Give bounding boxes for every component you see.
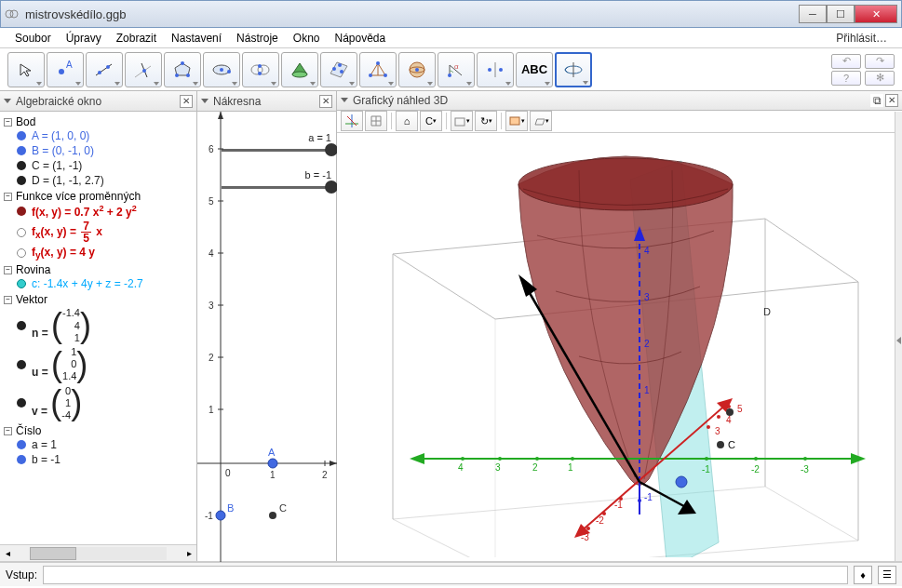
tool-pyramid[interactable]	[359, 52, 397, 87]
point-C-3d[interactable]	[717, 441, 724, 448]
point-A-3d[interactable]	[676, 476, 687, 488]
algebra-item[interactable]: n = (-1.441)	[4, 306, 193, 345]
tool-angle3d[interactable]: α	[438, 52, 475, 87]
menu-upravy[interactable]: Úpravy	[59, 30, 109, 47]
g3d-proj-button[interactable]: ▾	[530, 111, 552, 131]
menu-nastaveni[interactable]: Nastavení	[164, 30, 229, 47]
visibility-dot[interactable]	[17, 207, 26, 216]
visibility-dot[interactable]	[17, 455, 26, 464]
tree-toggle[interactable]: −	[4, 266, 12, 274]
algebra-item[interactable]: A = (1, 0, 0)	[4, 128, 193, 143]
input-help-button[interactable]: ☰	[878, 566, 896, 584]
visibility-dot[interactable]	[17, 440, 26, 449]
visibility-dot[interactable]	[17, 279, 26, 288]
visibility-dot[interactable]	[17, 146, 26, 155]
graphics3d-canvas[interactable]: 4321 -1-2-3 -1-2-3 4321 -1 543	[337, 133, 902, 561]
input-history-button[interactable]: ♦	[854, 566, 872, 584]
visibility-dot[interactable]	[17, 248, 26, 258]
menu-napoveda[interactable]: Nápověda	[327, 30, 393, 47]
undo-button[interactable]: ↶	[831, 54, 861, 69]
tool-reflect[interactable]	[477, 52, 514, 87]
group-cislo: Číslo	[16, 424, 41, 437]
point-3d[interactable]	[726, 408, 734, 416]
graphics3d-header[interactable]: Grafický náhled 3D ⧉ ✕	[337, 91, 902, 111]
tree-toggle[interactable]: −	[4, 118, 12, 127]
graphics3d-newwindow[interactable]: ⧉	[870, 94, 883, 107]
algebra-item[interactable]: b = -1	[4, 452, 193, 467]
point-C-2d[interactable]	[269, 512, 276, 519]
menu-soubor[interactable]: Soubor	[7, 30, 59, 47]
visibility-dot[interactable]	[17, 360, 26, 369]
g3d-rotate-button[interactable]: ↻▾	[475, 111, 497, 131]
visibility-dot[interactable]	[17, 398, 26, 408]
algebra-item[interactable]: v = (01-4)	[4, 384, 193, 423]
visibility-dot[interactable]	[17, 228, 26, 237]
svg-point-31	[376, 61, 380, 65]
algebra-header[interactable]: Algebraické okno ✕	[0, 91, 196, 112]
menu-okno[interactable]: Okno	[286, 30, 328, 47]
svg-point-101	[498, 457, 502, 461]
g3d-startview-button[interactable]: ▾	[451, 111, 473, 131]
menu-nastroje[interactable]: Nástroje	[229, 30, 286, 47]
tool-point[interactable]: A	[47, 52, 84, 87]
tree-toggle[interactable]: −	[4, 193, 12, 201]
algebra-hscroll[interactable]: ◂ ▸	[0, 544, 196, 561]
settings-button[interactable]: ✻	[865, 71, 895, 86]
algebra-item[interactable]: fy(x, y) = 4 y	[4, 245, 193, 261]
algebra-item[interactable]: D = (1, -1, 2.7)	[4, 173, 193, 188]
redo-button[interactable]: ↷	[865, 54, 895, 69]
algebra-item[interactable]: u = (101.4)	[4, 345, 193, 384]
graphics2d-header[interactable]: Nákresna ✕	[197, 91, 336, 112]
tool-sphere[interactable]	[398, 52, 436, 87]
close-button[interactable]: ✕	[855, 5, 897, 23]
algebra-close[interactable]: ✕	[180, 95, 193, 108]
tool-line[interactable]	[86, 52, 123, 87]
algebra-item[interactable]: f(x, y) = 0.7 x2 + 2 y2	[4, 203, 193, 220]
scroll-left-icon[interactable]: ◂	[0, 546, 15, 561]
algebra-item[interactable]: B = (0, -1, 0)	[4, 143, 193, 158]
menu-zobrazit[interactable]: Zobrazit	[109, 30, 164, 47]
tree-toggle[interactable]: −	[4, 296, 12, 304]
tool-plane-3pts[interactable]	[320, 52, 357, 87]
g3d-home-button[interactable]: ⌂	[396, 111, 418, 131]
tool-rotate3d[interactable]	[555, 52, 592, 87]
point-A-2d[interactable]	[268, 459, 277, 468]
input-field[interactable]	[43, 566, 848, 584]
tool-cone[interactable]	[281, 52, 318, 87]
svg-text:C: C	[279, 502, 287, 514]
svg-text:D: D	[763, 306, 771, 317]
g3d-clip-button[interactable]: ▾	[505, 111, 528, 131]
graphics2d-close[interactable]: ✕	[319, 95, 332, 108]
minimize-button[interactable]: ─	[799, 5, 827, 23]
g3d-axes-button[interactable]	[341, 111, 363, 131]
graphics2d-canvas[interactable]: a = 1 b = -1 6 5 4 3 2 1	[197, 112, 336, 561]
tool-perpendicular[interactable]	[125, 52, 162, 87]
signin-link[interactable]: Přihlásit…	[828, 30, 895, 47]
scroll-right-icon[interactable]: ▸	[182, 546, 196, 561]
algebra-item[interactable]: c: -1.4x + 4y + z = -2.7	[4, 276, 193, 291]
svg-text:-2: -2	[751, 464, 760, 474]
svg-point-105	[754, 457, 758, 461]
visibility-dot[interactable]	[17, 161, 26, 170]
tool-circle[interactable]	[203, 52, 240, 87]
g3d-grid-button[interactable]	[365, 111, 387, 131]
algebra-item[interactable]: C = (1, -1)	[4, 158, 193, 173]
graphics3d-close[interactable]: ✕	[885, 94, 898, 107]
visibility-dot[interactable]	[17, 321, 26, 330]
visibility-dot[interactable]	[17, 176, 26, 185]
right-sidebar-toggle[interactable]	[895, 112, 902, 561]
point-B-2d[interactable]	[216, 511, 225, 520]
algebra-body[interactable]: −Bod A = (1, 0, 0) B = (0, -1, 0) C = (1…	[0, 112, 196, 544]
tree-toggle[interactable]: −	[4, 427, 12, 435]
tool-text[interactable]: ABC	[516, 52, 553, 87]
algebra-item[interactable]: a = 1	[4, 437, 193, 452]
visibility-dot[interactable]	[17, 131, 26, 140]
tool-polygon[interactable]	[164, 52, 201, 87]
help-button[interactable]: ?	[831, 71, 861, 86]
tool-move[interactable]	[7, 52, 45, 87]
g3d-capture-button[interactable]: C▾	[420, 111, 442, 131]
scroll-thumb[interactable]	[30, 547, 76, 560]
tool-intersect-curve[interactable]	[242, 52, 279, 87]
maximize-button[interactable]: ☐	[827, 5, 855, 23]
algebra-item[interactable]: fx(x, y) = 75 x	[4, 220, 193, 245]
